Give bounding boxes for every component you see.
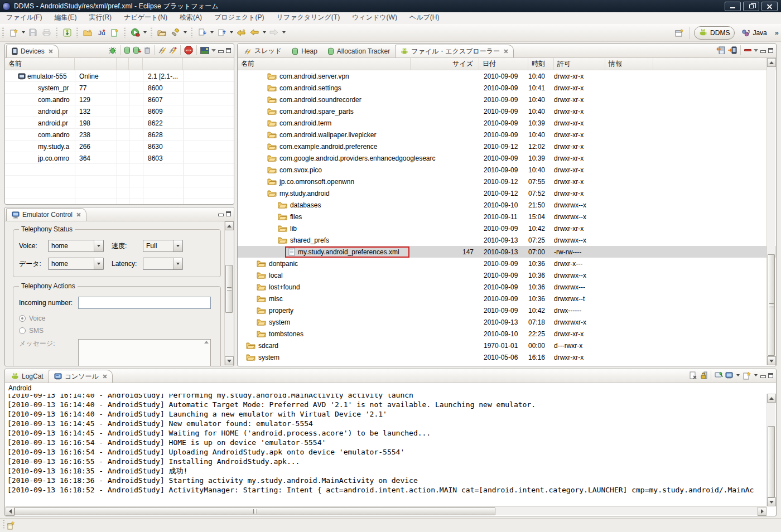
tab-file-explorer[interactable]: ファイル・エクスプローラー — [395, 45, 514, 57]
open-perspective-button[interactable] — [673, 26, 686, 40]
tab-logcat[interactable]: LogCat — [6, 370, 49, 383]
scrollbar-thumb[interactable] — [768, 426, 775, 497]
back-button[interactable] — [248, 26, 261, 39]
open-console-button[interactable] — [743, 371, 751, 380]
close-icon[interactable] — [103, 374, 107, 379]
menu-item[interactable]: 編集(E) — [48, 13, 83, 22]
message-textarea[interactable] — [78, 339, 211, 366]
table-row[interactable]: property 2010-09-09 10:42 drwx------ — [238, 304, 776, 316]
table-row[interactable]: com.android.server.vpn 2010-09-09 10:40 … — [238, 70, 776, 82]
table-row[interactable]: com.android.term 2010-09-09 10:39 drwxr-… — [238, 117, 776, 129]
table-row[interactable]: com.android.spare_parts 2010-09-09 10:40… — [238, 105, 776, 117]
column-info[interactable]: 情報 — [605, 58, 653, 70]
column-date[interactable]: 日付 — [479, 58, 528, 70]
table-row[interactable]: databases 2010-09-10 21:50 drwxrwx--x — [238, 199, 776, 211]
minimize-window-button[interactable] — [725, 2, 741, 11]
device-row[interactable]: emulator-555 Online 2.1 [2.1-... — [5, 70, 234, 82]
tab-heap[interactable]: Heap — [287, 45, 322, 57]
tab-threads[interactable]: スレッド — [239, 45, 287, 57]
junit-test-button[interactable]: Ju — [95, 26, 107, 39]
table-row[interactable]: com.android.settings 2010-09-09 10:41 dr… — [238, 82, 776, 94]
incoming-number-input[interactable] — [78, 297, 211, 309]
chevron-down-icon[interactable] — [94, 240, 103, 252]
table-row[interactable]: my.study.android_preferences.xml 147 201… — [238, 246, 776, 258]
previous-annotation-button[interactable] — [215, 26, 228, 39]
table-row[interactable]: com.example.android.preference 2010-09-1… — [238, 141, 776, 152]
cause-gc-button[interactable] — [144, 46, 151, 54]
column-size[interactable]: サイズ — [411, 58, 479, 70]
voice-select[interactable]: home — [48, 240, 104, 252]
ddms-perspective-button[interactable]: DDMS — [694, 26, 735, 40]
table-row[interactable]: system 2010-05-06 16:16 drwxr-xr-x — [238, 351, 776, 363]
device-row[interactable]: com.andro 129 8607 — [5, 94, 234, 105]
close-icon[interactable] — [76, 212, 81, 217]
device-row[interactable]: android.pr 132 8609 — [5, 105, 234, 117]
table-row[interactable]: misc 2010-09-09 10:36 drwxrwx--t — [238, 293, 776, 304]
java-perspective-button[interactable]: J Java — [737, 26, 771, 40]
perspective-overflow-chevron[interactable]: » — [774, 28, 778, 37]
screenshot-button[interactable] — [200, 47, 209, 54]
voice-radio[interactable] — [19, 315, 26, 322]
search-button[interactable] — [169, 26, 181, 39]
next-annotation-button[interactable] — [196, 26, 208, 39]
column-time[interactable]: 時刻 — [528, 58, 554, 70]
open-task-button[interactable] — [156, 26, 168, 39]
minimize-view-button[interactable] — [760, 48, 766, 53]
delete-file-button[interactable] — [744, 49, 751, 51]
menu-item[interactable]: プロジェクト(P) — [208, 13, 271, 22]
speed-select[interactable]: Full — [143, 240, 183, 252]
run-button[interactable] — [129, 26, 141, 39]
last-edit-location-button[interactable] — [235, 26, 247, 39]
print-button[interactable] — [40, 26, 52, 39]
clear-console-button[interactable] — [689, 371, 697, 379]
emulator-scrollbar[interactable] — [224, 221, 233, 365]
update-threads-button[interactable] — [158, 47, 166, 54]
table-row[interactable]: com.svox.pico 2010-09-09 10:40 drwxr-xr-… — [238, 164, 776, 176]
scroll-right-button[interactable] — [758, 507, 766, 516]
forward-button[interactable] — [268, 26, 280, 39]
close-icon[interactable] — [504, 49, 508, 54]
tab-console[interactable]: コンソール — [49, 370, 113, 383]
tab-devices[interactable]: Devices — [6, 45, 59, 57]
chevron-down-icon[interactable] — [173, 240, 182, 252]
device-row[interactable]: com.andro 238 8628 — [5, 129, 234, 141]
new-wizard-dropdown[interactable] — [21, 26, 26, 39]
scroll-down-button[interactable] — [225, 356, 234, 365]
scroll-down-button[interactable] — [767, 356, 776, 365]
menu-item[interactable]: ナビゲート(N) — [118, 13, 173, 22]
column-name[interactable]: 名前 — [238, 58, 411, 70]
table-row[interactable]: com.android.wallpaper.livepicker 2010-09… — [238, 129, 776, 141]
maximize-view-button[interactable] — [768, 373, 773, 378]
scroll-up-button[interactable] — [767, 394, 776, 403]
next-annotation-dropdown[interactable] — [209, 26, 214, 39]
table-row[interactable]: shared_prefs 2010-09-13 07:25 drwxrwx--x — [238, 234, 776, 246]
table-row[interactable]: system 2010-09-13 07:18 drwxrwxr-x — [238, 316, 776, 328]
dump-hprof-button[interactable] — [133, 46, 142, 54]
menu-item[interactable]: ヘルプ(H) — [403, 13, 446, 22]
search-dropdown[interactable] — [182, 26, 187, 39]
update-threads-alt-button[interactable] — [168, 47, 177, 54]
scroll-lock-button[interactable] — [700, 371, 707, 379]
previous-annotation-dropdown[interactable] — [229, 26, 234, 39]
restore-window-button[interactable] — [743, 2, 759, 11]
open-console-dropdown[interactable] — [753, 369, 758, 382]
save-button[interactable] — [27, 26, 39, 39]
minimize-view-button[interactable] — [218, 48, 224, 53]
maximize-view-button[interactable] — [226, 211, 231, 216]
display-console-dropdown[interactable] — [735, 369, 740, 382]
view-menu-button[interactable] — [754, 49, 758, 52]
tab-allocation-tracker[interactable]: Allocation Tracker — [322, 45, 395, 57]
device-row[interactable]: system_pr 77 8600 — [5, 82, 234, 94]
stop-process-button[interactable]: STOP — [184, 46, 193, 55]
scroll-up-icon[interactable] — [204, 341, 209, 344]
back-dropdown[interactable] — [262, 26, 267, 39]
scroll-up-button[interactable] — [225, 221, 234, 230]
table-row[interactable]: com.android.soundrecorder 2010-09-09 10:… — [238, 94, 776, 105]
console-output[interactable]: [2010-09-13 16:14:40 - AndroidStudy] Per… — [6, 394, 766, 504]
new-wizard-button[interactable] — [7, 26, 20, 39]
run-dropdown[interactable] — [142, 26, 147, 39]
pin-console-button[interactable] — [715, 371, 723, 379]
maximize-view-button[interactable] — [768, 48, 773, 53]
minimize-view-button[interactable] — [218, 211, 224, 216]
table-row[interactable]: my.study.android 2010-09-12 07:52 drwxr-… — [238, 187, 776, 199]
